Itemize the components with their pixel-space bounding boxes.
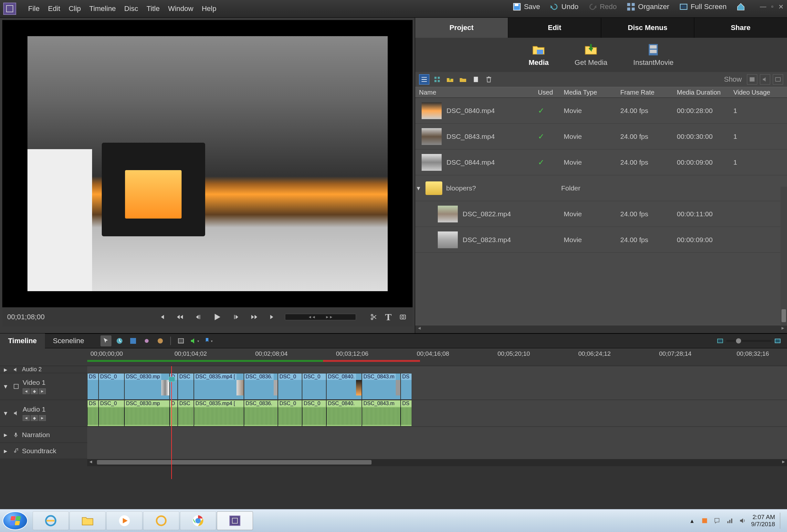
video-clip[interactable]: DSC_0 bbox=[302, 373, 326, 400]
media-row[interactable]: DSC_0822.mp4 Movie 24.00 fps 00:00:11:00 bbox=[415, 201, 787, 227]
tray-volume-icon[interactable] bbox=[739, 517, 746, 525]
start-button[interactable] bbox=[3, 511, 28, 530]
taskbar-chrome[interactable] bbox=[180, 511, 216, 530]
video-clip[interactable]: DS bbox=[401, 373, 412, 400]
subtab-getmedia[interactable]: Get Media bbox=[575, 43, 608, 67]
taskbar-ie[interactable] bbox=[33, 511, 69, 530]
minimize-button[interactable]: — bbox=[760, 3, 766, 10]
folder-row[interactable]: ▾ bloopers? Folder bbox=[415, 175, 787, 201]
collapse-icon[interactable]: ▾ bbox=[4, 382, 10, 390]
shuttle-slider[interactable]: ◄◄►► bbox=[285, 314, 356, 320]
cookie-tool[interactable] bbox=[155, 335, 166, 347]
work-area-in[interactable] bbox=[87, 360, 323, 362]
media-hscrollbar[interactable] bbox=[415, 325, 787, 333]
play-button[interactable] bbox=[211, 312, 224, 322]
folder-expand-icon[interactable]: ▾ bbox=[415, 184, 422, 192]
video-clip[interactable]: DSC_0830.mp bbox=[124, 373, 170, 400]
collapse-icon[interactable]: ▾ bbox=[4, 409, 10, 417]
menu-edit[interactable]: Edit bbox=[44, 3, 64, 15]
track-header-soundtrack[interactable]: ▸ Soundtrack bbox=[0, 443, 87, 459]
audio-clip[interactable]: DSC_0830.mp bbox=[124, 400, 170, 426]
properties-tool[interactable] bbox=[128, 335, 139, 347]
tab-project[interactable]: Project bbox=[415, 18, 508, 38]
fullscreen-button[interactable]: Full Screen bbox=[679, 2, 727, 11]
audio-clip[interactable]: DSC_0 bbox=[99, 400, 124, 426]
track-header-audio2[interactable]: ▸ Audio 2 bbox=[0, 366, 87, 373]
smart-trim-tool[interactable] bbox=[141, 335, 152, 347]
track-header-audio1[interactable]: ▾ Audio 1 ◄◆► bbox=[0, 400, 87, 426]
audio-clip[interactable]: DSC_0 bbox=[278, 400, 302, 426]
taskbar-app1[interactable] bbox=[143, 511, 179, 530]
close-button[interactable]: ✕ bbox=[778, 3, 784, 10]
save-button[interactable]: Save bbox=[512, 2, 540, 11]
split-clip-button[interactable] bbox=[369, 311, 379, 323]
tab-share[interactable]: Share bbox=[694, 18, 787, 38]
menu-help[interactable]: Help bbox=[198, 3, 220, 15]
redo-button[interactable]: Redo bbox=[588, 2, 617, 11]
add-markers-button[interactable] bbox=[175, 335, 186, 347]
freeze-frame-button[interactable] bbox=[398, 311, 408, 323]
show-still-button[interactable] bbox=[773, 74, 783, 85]
list-view-button[interactable] bbox=[419, 74, 429, 85]
subtab-instantmovie[interactable]: InstantMovie bbox=[633, 43, 674, 67]
rewind-button[interactable] bbox=[175, 313, 185, 320]
track-content[interactable]: DS DSC_0 DSC_0830.mp D DSC DSC_0835.mp4 … bbox=[87, 373, 787, 400]
media-scrollbar[interactable] bbox=[781, 186, 787, 325]
playhead[interactable] bbox=[171, 366, 172, 479]
track-content[interactable] bbox=[87, 427, 787, 443]
collapse-icon[interactable]: ▸ bbox=[4, 366, 10, 374]
tab-sceneline[interactable]: Sceneline bbox=[45, 333, 92, 348]
audio-mixer-button[interactable]: ▾ bbox=[189, 335, 200, 347]
timeline-hscrollbar[interactable] bbox=[87, 459, 787, 466]
track-content[interactable] bbox=[87, 443, 787, 459]
audio-clip[interactable]: DSC_0836. bbox=[244, 400, 278, 426]
col-usage[interactable]: Video Usage bbox=[733, 89, 775, 96]
organizer-button[interactable]: Organizer bbox=[626, 2, 669, 11]
video-clip[interactable]: DSC_0 bbox=[278, 373, 302, 400]
undo-button[interactable]: Undo bbox=[550, 2, 579, 11]
video-clip[interactable]: DSC_0836. bbox=[244, 373, 278, 400]
tray-app-icon[interactable] bbox=[701, 517, 708, 525]
audio-clip[interactable]: DSC_0 bbox=[302, 400, 326, 426]
step-back-button[interactable] bbox=[193, 313, 203, 320]
col-rate[interactable]: Frame Rate bbox=[620, 89, 677, 96]
audio-clip[interactable]: DS bbox=[87, 400, 99, 426]
video-clip[interactable]: DSC_0843.m bbox=[362, 373, 401, 400]
media-row[interactable]: DSC_0843.mp4 ✓ Movie 24.00 fps 00:00:30:… bbox=[415, 124, 787, 150]
menu-timeline[interactable]: Timeline bbox=[85, 3, 120, 15]
subtab-media[interactable]: Media bbox=[529, 43, 549, 67]
home-button[interactable] bbox=[736, 2, 745, 11]
marker-menu-button[interactable]: ▾ bbox=[203, 335, 214, 347]
show-audio-button[interactable] bbox=[760, 74, 770, 85]
tray-show-hidden[interactable]: ▴ bbox=[688, 517, 696, 525]
track-header-video1[interactable]: ▾ Video 1 ◄◆► bbox=[0, 373, 87, 400]
collapse-icon[interactable]: ▸ bbox=[4, 447, 10, 455]
audio-clip[interactable]: DS bbox=[401, 400, 412, 426]
col-type[interactable]: Media Type bbox=[564, 89, 620, 96]
delete-button[interactable] bbox=[484, 74, 494, 85]
audio-clip[interactable]: DSC_0843.m bbox=[362, 400, 401, 426]
taskbar-explorer[interactable] bbox=[69, 511, 106, 530]
video-clip[interactable]: DS bbox=[87, 373, 99, 400]
menu-title[interactable]: Title bbox=[143, 3, 164, 15]
col-used[interactable]: Used bbox=[538, 89, 564, 96]
timeline-zoom-slider[interactable] bbox=[717, 339, 781, 343]
menu-disc[interactable]: Disc bbox=[121, 3, 142, 15]
media-row[interactable]: DSC_0823.mp4 Movie 24.00 fps 00:00:09:00 bbox=[415, 227, 787, 253]
audio-clip[interactable]: D bbox=[170, 400, 178, 426]
step-fwd-button[interactable] bbox=[232, 313, 241, 320]
new-item-button[interactable] bbox=[471, 74, 481, 85]
video-monitor[interactable] bbox=[2, 20, 412, 307]
video-clip[interactable]: DSC bbox=[178, 373, 194, 400]
tab-edit[interactable]: Edit bbox=[508, 18, 601, 38]
show-video-button[interactable] bbox=[747, 74, 757, 85]
col-name[interactable]: Name bbox=[415, 89, 538, 96]
work-area-out[interactable] bbox=[323, 360, 420, 362]
tray-network-icon[interactable] bbox=[726, 517, 734, 525]
media-row[interactable]: DSC_0840.mp4 ✓ Movie 24.00 fps 00:00:28:… bbox=[415, 98, 787, 124]
show-desktop-button[interactable] bbox=[780, 513, 784, 529]
folder-up-button[interactable] bbox=[445, 74, 455, 85]
goto-out-button[interactable] bbox=[267, 313, 277, 320]
selection-tool[interactable] bbox=[101, 335, 111, 347]
add-title-button[interactable]: T bbox=[383, 311, 393, 323]
